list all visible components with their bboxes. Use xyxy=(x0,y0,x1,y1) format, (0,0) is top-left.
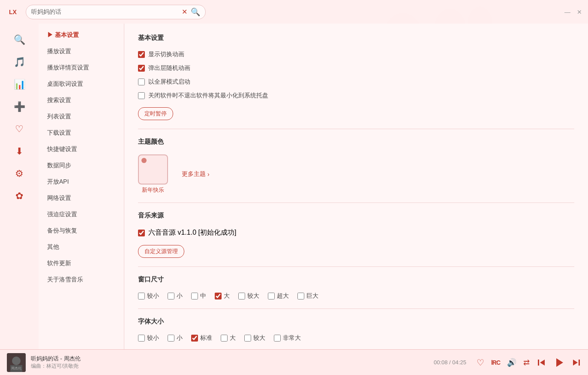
nav-item-desktop-lyrics[interactable]: 桌面歌词设置 xyxy=(39,76,124,92)
nav-list: ▶ 基本设置 播放设置 播放详情页设置 桌面歌词设置 搜索设置 列表设置 下载设… xyxy=(39,24,124,349)
font-option-smaller[interactable]: 较小 xyxy=(138,334,159,342)
fullscreen-label[interactable]: 以全屏模式启动 xyxy=(148,78,190,86)
nav-item-basic[interactable]: ▶ 基本设置 xyxy=(39,27,124,43)
font-xlarge-checkbox[interactable] xyxy=(274,335,281,342)
svg-rect-23 xyxy=(579,360,580,366)
source-label[interactable]: 六音音源 v1.1.0 [初始化成功] xyxy=(148,228,236,237)
font-large-checkbox[interactable] xyxy=(221,335,228,342)
sidebar-chart-icon[interactable]: 📊 xyxy=(10,75,29,94)
font-standard-checkbox[interactable] xyxy=(191,335,198,342)
nav-item-open-api[interactable]: 开放API xyxy=(39,174,124,190)
nav-item-download[interactable]: 下载设置 xyxy=(39,125,124,141)
nav-item-about[interactable]: 关于洛雪音乐 xyxy=(39,272,124,288)
svg-point-17 xyxy=(12,357,21,365)
nav-item-backup[interactable]: 备份与恢复 xyxy=(39,223,124,239)
size-xlarge-checkbox[interactable] xyxy=(268,293,275,299)
settings-panel: 基本设置 显示切换动画 弹出层随机动画 以全屏模式启动 关闭软件时不退出软件将其… xyxy=(124,24,588,349)
show-transition-checkbox[interactable] xyxy=(138,51,145,58)
nav-item-playback[interactable]: 播放设置 xyxy=(39,43,124,60)
app-logo: LX xyxy=(5,4,21,20)
section-title-font-size: 字体大小 xyxy=(138,318,574,327)
shuffle-button[interactable]: ⇄ xyxy=(523,358,530,367)
theme-card-dot xyxy=(141,158,147,163)
popup-random-label[interactable]: 弹出层随机动画 xyxy=(148,64,190,72)
track-meta: 编曲：林迈可/洪敬尧 xyxy=(31,363,99,370)
window-size-row: 较小 小 中 大 较大 超大 巨大 xyxy=(138,292,574,300)
close-button[interactable]: ✕ xyxy=(576,9,583,15)
theme-row: 新年快乐 更多主题 › xyxy=(138,154,574,194)
sidebar-add-icon[interactable]: ➕ xyxy=(10,97,29,116)
source-checkbox[interactable] xyxy=(138,230,145,236)
size-option-small[interactable]: 小 xyxy=(168,292,183,300)
size-option-xlarge[interactable]: 超大 xyxy=(268,292,289,300)
divider-2 xyxy=(138,203,574,203)
nav-item-playback-detail[interactable]: 播放详情页设置 xyxy=(39,60,124,76)
theme-card-new-year[interactable] xyxy=(138,154,168,184)
nav-item-list[interactable]: 列表设置 xyxy=(39,109,124,125)
font-option-small[interactable]: 小 xyxy=(168,334,183,342)
font-option-standard[interactable]: 标准 xyxy=(191,334,212,342)
svg-marker-22 xyxy=(556,358,563,367)
next-button[interactable] xyxy=(572,358,581,367)
size-option-medium[interactable]: 中 xyxy=(191,292,206,300)
lyrics-button[interactable]: lRC xyxy=(491,359,500,366)
font-option-large[interactable]: 大 xyxy=(221,334,236,342)
sidebar-download-icon[interactable]: ⬇ xyxy=(10,142,29,161)
fullscreen-checkbox[interactable] xyxy=(138,79,145,85)
size-large-checkbox[interactable] xyxy=(215,293,222,299)
favorite-button[interactable]: ♡ xyxy=(477,357,484,368)
search-input[interactable] xyxy=(31,9,182,15)
prev-button[interactable] xyxy=(537,358,546,367)
search-icon[interactable]: 🔍 xyxy=(191,7,200,17)
nav-item-data-sync[interactable]: 数据同步 xyxy=(39,157,124,174)
sidebar-decoration-icon: ✿ xyxy=(10,187,29,206)
font-smaller-checkbox[interactable] xyxy=(138,335,145,342)
custom-source-button[interactable]: 自定义源管理 xyxy=(138,245,184,258)
popup-random-row: 弹出层随机动画 xyxy=(138,64,574,72)
font-larger-checkbox[interactable] xyxy=(244,335,251,342)
popup-random-checkbox[interactable] xyxy=(138,65,145,72)
size-xxlarge-checkbox[interactable] xyxy=(297,293,304,299)
size-option-large[interactable]: 大 xyxy=(215,292,230,300)
minimize-tray-label[interactable]: 关闭软件时不退出软件将其最小化到系统托盘 xyxy=(148,92,268,100)
sidebar-favorites-icon[interactable]: ♡ xyxy=(10,120,29,139)
track-title: 听妈妈的话 - 周杰伦 xyxy=(31,355,99,363)
size-option-larger[interactable]: 较大 xyxy=(238,292,259,300)
divider-4 xyxy=(138,308,574,309)
size-option-xxlarge[interactable]: 巨大 xyxy=(297,292,318,300)
player-bar: 周杰伦 听妈妈的话 - 周杰伦 编曲：林迈可/洪敬尧 00:08 / 04:25… xyxy=(0,349,588,375)
size-option-smaller[interactable]: 较小 xyxy=(138,292,159,300)
font-option-xlarge[interactable]: 非常大 xyxy=(274,334,301,342)
size-medium-checkbox[interactable] xyxy=(191,293,198,299)
track-info: 听妈妈的话 - 周杰伦 编曲：林迈可/洪敬尧 xyxy=(31,355,99,370)
more-themes-button[interactable]: 更多主题 › xyxy=(182,170,210,178)
divider-1 xyxy=(138,129,574,129)
show-transition-row: 显示切换动画 xyxy=(138,51,574,58)
svg-rect-20 xyxy=(538,360,539,366)
svg-marker-24 xyxy=(573,360,578,366)
nav-item-ocd[interactable]: 强迫症设置 xyxy=(39,206,124,223)
timer-pause-button[interactable]: 定时暂停 xyxy=(138,107,173,120)
nav-item-update[interactable]: 软件更新 xyxy=(39,255,124,272)
clear-search-button[interactable]: ✕ xyxy=(182,8,187,16)
svg-marker-21 xyxy=(540,360,545,366)
size-smaller-checkbox[interactable] xyxy=(138,293,145,299)
sidebar-settings-icon[interactable]: ⚙ xyxy=(10,164,29,183)
svg-text:周杰伦: 周杰伦 xyxy=(11,366,21,370)
theme-label: 新年快乐 xyxy=(142,186,164,194)
size-larger-checkbox[interactable] xyxy=(238,293,245,299)
nav-item-search[interactable]: 搜索设置 xyxy=(39,92,124,109)
nav-item-network[interactable]: 网络设置 xyxy=(39,190,124,206)
show-transition-label[interactable]: 显示切换动画 xyxy=(148,51,184,58)
minimize-tray-checkbox[interactable] xyxy=(138,92,145,99)
size-small-checkbox[interactable] xyxy=(168,293,174,299)
sidebar-library-icon[interactable]: 🎵 xyxy=(10,53,29,72)
volume-button[interactable]: 🔊 xyxy=(507,358,516,367)
font-small-checkbox[interactable] xyxy=(168,335,174,342)
nav-item-other[interactable]: 其他 xyxy=(39,239,124,255)
sidebar-search-icon[interactable]: 🔍 xyxy=(10,30,29,49)
font-option-larger[interactable]: 较大 xyxy=(244,334,265,342)
minimize-button[interactable]: — xyxy=(564,9,571,15)
nav-item-shortcuts[interactable]: 快捷键设置 xyxy=(39,141,124,157)
play-button[interactable] xyxy=(553,357,565,369)
